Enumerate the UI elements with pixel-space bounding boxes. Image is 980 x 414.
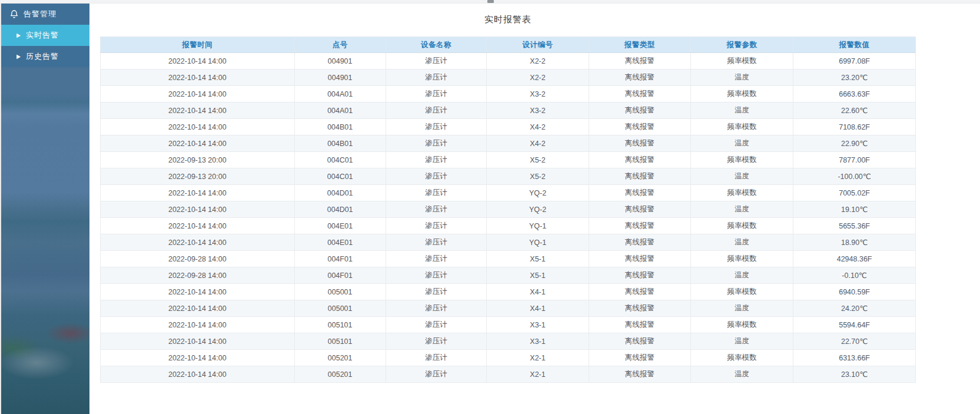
- table-cell: 离线报警: [589, 119, 690, 135]
- sidebar-item-realtime-alarm[interactable]: ▶ 实时告警: [1, 25, 89, 46]
- table-cell: 渗压计: [386, 135, 487, 152]
- table-cell: 005001: [294, 284, 386, 300]
- table-cell: X5-1: [487, 251, 589, 267]
- table-cell: 渗压计: [386, 185, 487, 201]
- table-cell: 23.20℃: [793, 69, 916, 86]
- table-row[interactable]: 2022-10-14 14:00004901渗压计X2-2离线报警温度23.20…: [101, 69, 916, 86]
- table-cell: 5594.64F: [793, 317, 916, 333]
- table-cell: 22.60℃: [793, 102, 916, 119]
- table-cell: X4-1: [487, 300, 589, 317]
- table-cell: 频率模数: [690, 218, 793, 234]
- table-cell: 离线报警: [589, 284, 690, 300]
- table-cell: X2-1: [487, 350, 589, 366]
- table-cell: 离线报警: [589, 135, 690, 152]
- table-cell: 18.90℃: [793, 234, 916, 251]
- table-row[interactable]: 2022-10-14 14:00004D01渗压计YQ-2离线报警温度19.10…: [101, 201, 916, 218]
- table-row[interactable]: 2022-09-28 14:00004F01渗压计X5-1离线报警频率模数429…: [101, 251, 916, 267]
- table-row[interactable]: 2022-09-28 14:00004F01渗压计X5-1离线报警温度-0.10…: [101, 267, 916, 284]
- table-cell: X4-1: [487, 284, 589, 300]
- table-row[interactable]: 2022-09-13 20:00004C01渗压计X5-2离线报警频率模数787…: [101, 152, 916, 168]
- table-cell: X5-2: [487, 168, 589, 185]
- col-header-alarm-type: 报警类型: [589, 37, 690, 53]
- table-row[interactable]: 2022-10-14 14:00005001渗压计X4-1离线报警频率模数694…: [101, 284, 916, 300]
- table-cell: 渗压计: [386, 267, 487, 284]
- table-cell: X3-1: [487, 333, 589, 350]
- table-row[interactable]: 2022-10-14 14:00004B01渗压计X4-2离线报警温度22.90…: [101, 135, 916, 152]
- table-cell: -0.10℃: [793, 267, 916, 284]
- alarm-table-body: 2022-10-14 14:00004901渗压计X2-2离线报警频率模数699…: [101, 53, 916, 383]
- table-cell: 温度: [690, 201, 793, 218]
- table-cell: 离线报警: [589, 201, 690, 218]
- table-row[interactable]: 2022-10-14 14:00004A01渗压计X3-2离线报警频率模数666…: [101, 86, 916, 102]
- table-cell: 离线报警: [589, 69, 690, 86]
- sidebar-item-label: 实时告警: [26, 30, 59, 41]
- table-cell: 2022-10-14 14:00: [101, 300, 295, 317]
- table-cell: 2022-10-14 14:00: [101, 234, 295, 251]
- table-cell: 温度: [690, 366, 793, 383]
- table-cell: X5-2: [487, 152, 589, 168]
- table-cell: 7108.62F: [793, 119, 916, 135]
- table-cell: 渗压计: [386, 284, 487, 300]
- table-row[interactable]: 2022-10-14 14:00005201渗压计X2-1离线报警温度23.10…: [101, 366, 916, 383]
- table-cell: 2022-10-14 14:00: [101, 86, 295, 102]
- table-row[interactable]: 2022-10-14 14:00004901渗压计X2-2离线报警频率模数699…: [101, 53, 916, 69]
- table-cell: 渗压计: [386, 317, 487, 333]
- table-cell: 离线报警: [589, 366, 690, 383]
- table-cell: 005201: [294, 350, 386, 366]
- table-row[interactable]: 2022-10-14 14:00004E01渗压计YQ-1离线报警频率模数565…: [101, 218, 916, 234]
- table-cell: 离线报警: [589, 86, 690, 102]
- table-cell: 频率模数: [690, 350, 793, 366]
- table-row[interactable]: 2022-10-14 14:00004A01渗压计X3-2离线报警温度22.60…: [101, 102, 916, 119]
- table-row[interactable]: 2022-10-14 14:00004D01渗压计YQ-2离线报警频率模数700…: [101, 185, 916, 201]
- table-cell: 004F01: [294, 267, 386, 284]
- table-cell: 2022-09-28 14:00: [101, 251, 295, 267]
- table-cell: 温度: [690, 168, 793, 185]
- table-cell: 离线报警: [589, 317, 690, 333]
- table-cell: 2022-10-14 14:00: [101, 350, 295, 366]
- table-cell: 004D01: [294, 185, 386, 201]
- col-header-design-no: 设计编号: [487, 37, 589, 53]
- table-cell: 004C01: [294, 152, 386, 168]
- table-cell: 005001: [294, 300, 386, 317]
- table-cell: 2022-09-13 20:00: [101, 152, 295, 168]
- sidebar-item-history-alarm[interactable]: ▶ 历史告警: [1, 46, 89, 67]
- sidebar-item-label: 历史告警: [26, 51, 59, 62]
- table-row[interactable]: 2022-10-14 14:00004E01渗压计YQ-1离线报警温度18.90…: [101, 234, 916, 251]
- table-cell: 离线报警: [589, 53, 690, 69]
- table-cell: 渗压计: [386, 119, 487, 135]
- table-cell: 离线报警: [589, 251, 690, 267]
- sidebar-item-alarm-management[interactable]: 告警管理: [1, 4, 89, 25]
- table-cell: 5655.36F: [793, 218, 916, 234]
- table-cell: 2022-10-14 14:00: [101, 218, 295, 234]
- table-cell: 渗压计: [386, 168, 487, 185]
- table-row[interactable]: 2022-10-14 14:00005001渗压计X4-1离线报警温度24.20…: [101, 300, 916, 317]
- table-cell: 2022-10-14 14:00: [101, 135, 295, 152]
- table-cell: 渗压计: [386, 69, 487, 86]
- arrow-right-icon: ▶: [16, 54, 21, 60]
- table-cell: 渗压计: [386, 102, 487, 119]
- table-cell: X2-1: [487, 366, 589, 383]
- table-cell: 7005.02F: [793, 185, 916, 201]
- table-cell: 2022-10-14 14:00: [101, 119, 295, 135]
- col-header-device-name: 设备名称: [386, 37, 487, 53]
- table-row[interactable]: 2022-10-14 14:00004B01渗压计X4-2离线报警频率模数710…: [101, 119, 916, 135]
- table-cell: 004E01: [294, 218, 386, 234]
- table-row[interactable]: 2022-10-14 14:00005101渗压计X3-1离线报警温度22.70…: [101, 333, 916, 350]
- table-cell: 离线报警: [589, 267, 690, 284]
- table-cell: 2022-09-13 20:00: [101, 168, 295, 185]
- table-cell: 004901: [294, 53, 386, 69]
- table-header-row: 报警时间 点号 设备名称 设计编号 报警类型 报警参数 报警数值: [101, 37, 916, 53]
- sidebar: 告警管理 ▶ 实时告警 ▶ 历史告警: [0, 4, 89, 414]
- table-cell: 6663.63F: [793, 86, 916, 102]
- table-row[interactable]: 2022-10-14 14:00005101渗压计X3-1离线报警频率模数559…: [101, 317, 916, 333]
- table-row[interactable]: 2022-10-14 14:00005201渗压计X2-1离线报警频率模数631…: [101, 350, 916, 366]
- table-cell: 离线报警: [589, 234, 690, 251]
- table-cell: 渗压计: [386, 152, 487, 168]
- table-cell: 温度: [690, 135, 793, 152]
- arrow-right-icon: ▶: [16, 32, 21, 39]
- table-cell: 2022-10-14 14:00: [101, 102, 295, 119]
- table-row[interactable]: 2022-09-13 20:00004C01渗压计X5-2离线报警温度-100.…: [101, 168, 916, 185]
- table-cell: 004A01: [294, 102, 386, 119]
- table-cell: 2022-10-14 14:00: [101, 366, 295, 383]
- table-cell: 渗压计: [386, 251, 487, 267]
